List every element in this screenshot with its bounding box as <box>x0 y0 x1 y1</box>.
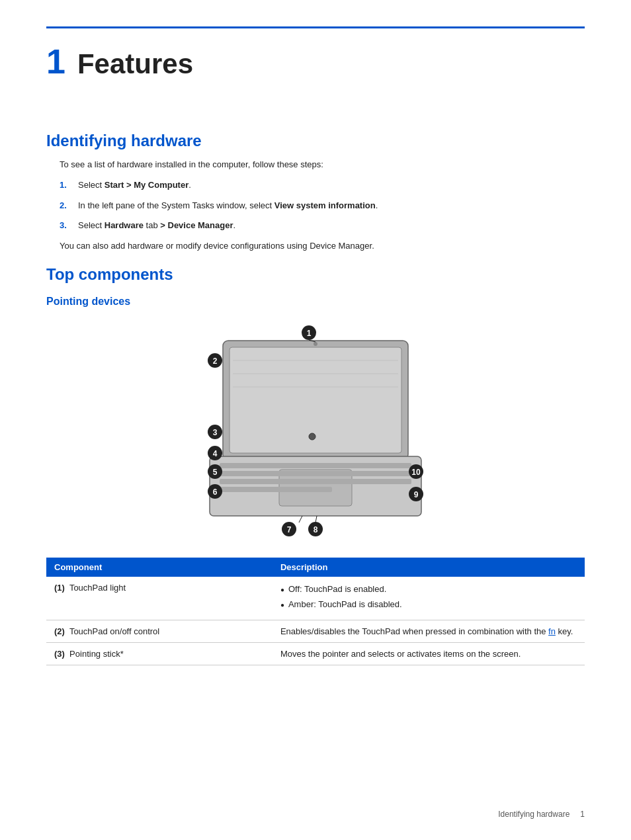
chapter-title: Features <box>77 50 193 78</box>
svg-text:6: 6 <box>213 487 218 497</box>
row2-num: (2) <box>54 626 65 636</box>
steps-list: 1. Select Start > My Computer. 2. In the… <box>60 179 585 233</box>
step-1-text: Select Start > My Computer. <box>78 179 191 192</box>
step-1: 1. Select Start > My Computer. <box>60 179 585 192</box>
svg-point-12 <box>309 433 316 440</box>
step-2-text: In the left pane of the System Tasks win… <box>78 199 378 213</box>
row3-description: Moves the pointer and selects or activat… <box>273 642 585 665</box>
table-row: (1) TouchPad light Off: TouchPad is enab… <box>46 577 585 620</box>
identifying-hardware-note: You can also add hardware or modify devi… <box>60 239 585 253</box>
svg-text:8: 8 <box>314 525 318 534</box>
top-rule <box>46 26 585 28</box>
row3-component: (3) Pointing stick* <box>46 642 273 665</box>
footer: Identifying hardware 1 <box>498 810 585 819</box>
svg-text:2: 2 <box>213 357 218 366</box>
svg-line-35 <box>316 516 317 523</box>
row1-num: (1) <box>54 583 65 593</box>
step-2-num: 2. <box>60 199 70 213</box>
step-2: 2. In the left pane of the System Tasks … <box>60 199 585 213</box>
svg-text:10: 10 <box>411 468 421 477</box>
svg-text:9: 9 <box>414 490 419 499</box>
footer-text: Identifying hardware <box>498 810 569 819</box>
col-description: Description <box>273 558 585 577</box>
pointing-devices-section: Pointing devices <box>46 296 585 665</box>
pointing-devices-heading: Pointing devices <box>46 296 585 308</box>
table-row: (2) TouchPad on/off control Enables/disa… <box>46 620 585 642</box>
step-1-num: 1. <box>60 179 70 192</box>
identifying-hardware-section: Identifying hardware To see a list of ha… <box>46 132 585 253</box>
row2-description: Enables/disables the TouchPad when press… <box>273 620 585 642</box>
svg-text:7: 7 <box>287 525 292 534</box>
top-components-heading: Top components <box>46 265 585 284</box>
laptop-diagram: 1 2 3 4 5 6 <box>46 321 585 546</box>
row1-bullet-2: Amber: TouchPad is disabled. <box>280 598 577 611</box>
svg-line-34 <box>299 516 302 523</box>
row3-num: (3) <box>54 649 65 659</box>
svg-text:1: 1 <box>307 329 312 338</box>
row2-component: (2) TouchPad on/off control <box>46 620 273 642</box>
step-3-text: Select Hardware tab > Device Manager. <box>78 219 235 233</box>
chapter-number: 1 <box>46 44 65 79</box>
row1-description: Off: TouchPad is enabled. Amber: TouchPa… <box>273 577 585 620</box>
col-component: Component <box>46 558 273 577</box>
laptop-svg: 1 2 3 4 5 6 <box>163 321 468 546</box>
fn-key: fn <box>548 626 556 636</box>
svg-rect-7 <box>220 487 332 492</box>
identifying-hardware-heading: Identifying hardware <box>46 132 585 150</box>
svg-text:4: 4 <box>213 449 218 458</box>
svg-point-8 <box>314 342 317 346</box>
component-table: Component Description (1) TouchPad light… <box>46 558 585 665</box>
table-row: (3) Pointing stick* Moves the pointer an… <box>46 642 585 665</box>
step-3-num: 3. <box>60 219 70 233</box>
row1-bullet-1: Off: TouchPad is enabled. <box>280 583 577 596</box>
svg-text:5: 5 <box>213 468 218 477</box>
table-header-row: Component Description <box>46 558 585 577</box>
svg-rect-5 <box>220 471 411 476</box>
row1-component: (1) TouchPad light <box>46 577 273 620</box>
row1-bullets: Off: TouchPad is enabled. Amber: TouchPa… <box>280 583 577 611</box>
footer-page-num: 1 <box>580 810 585 819</box>
step-3: 3. Select Hardware tab > Device Manager. <box>60 219 585 233</box>
chapter-heading: 1 Features <box>46 44 585 79</box>
page: 1 Features Identifying hardware To see a… <box>0 0 631 840</box>
identifying-hardware-intro: To see a list of hardware installed in t… <box>60 158 585 172</box>
svg-rect-6 <box>220 479 411 484</box>
svg-rect-4 <box>220 463 411 468</box>
top-components-section: Top components Pointing devices <box>46 265 585 665</box>
svg-text:3: 3 <box>213 428 218 437</box>
